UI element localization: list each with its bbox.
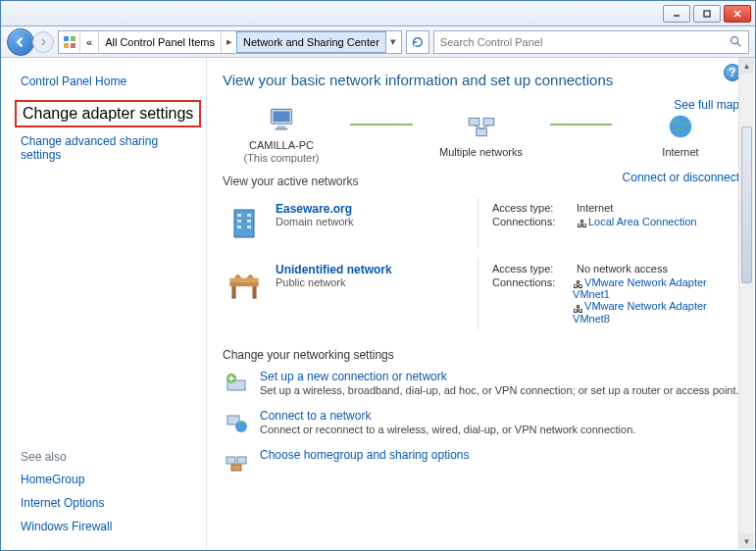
see-full-map-link[interactable]: See full map	[674, 98, 739, 112]
map-multi-label: Multiple networks	[439, 146, 523, 159]
map-multiple-networks: Multiple networks	[423, 109, 540, 159]
breadcrumb[interactable]: « All Control Panel Items ▸ Network and …	[58, 30, 402, 54]
svg-rect-37	[231, 465, 241, 471]
homegroup-sharing-title: Choose homegroup and sharing options	[260, 448, 469, 462]
content-area: Control Panel Home Change adapter settin…	[1, 58, 755, 550]
network-map: See full map CAMILLA-PC(This computer) M…	[223, 98, 739, 167]
network-name-easeware[interactable]: Easeware.org	[276, 202, 353, 216]
svg-rect-22	[247, 214, 251, 217]
svg-rect-27	[229, 282, 258, 286]
globe-icon	[663, 109, 698, 144]
connect-network-title: Connect to a network	[260, 409, 635, 423]
svg-point-19	[670, 115, 692, 137]
svg-line-9	[737, 42, 741, 46]
homegroup-icon	[223, 448, 250, 476]
page-title: View your basic network information and …	[223, 72, 739, 88]
svg-rect-28	[231, 286, 235, 299]
svg-rect-1	[704, 11, 710, 17]
networks-icon	[464, 109, 499, 144]
homegroup-sharing-item[interactable]: Choose homegroup and sharing options	[223, 448, 739, 476]
svg-rect-5	[71, 36, 76, 41]
forward-button[interactable]	[32, 31, 54, 53]
access-type-value-2: No network access	[577, 263, 668, 275]
dropdown-icon[interactable]: ▾	[385, 35, 401, 48]
setup-new-connection-desc: Set up a wireless, broadband, dial-up, a…	[260, 383, 739, 397]
local-area-connection-link[interactable]: Local Area Connection	[588, 216, 697, 227]
networking-settings: Change your networking settings Set up a…	[223, 348, 739, 476]
homegroup-link[interactable]: HomeGroup	[15, 468, 206, 491]
scroll-up-button[interactable]: ▲	[739, 58, 754, 74]
chevron-right-icon[interactable]: ▸	[222, 35, 237, 48]
connect-network-icon	[223, 409, 250, 436]
public-network-icon	[223, 263, 266, 306]
vertical-scrollbar[interactable]: ▲ ▼	[738, 58, 754, 549]
adapter-icon: 🖧	[577, 218, 586, 227]
domain-network-icon	[223, 202, 266, 245]
svg-rect-30	[229, 278, 258, 282]
search-icon[interactable]	[729, 34, 742, 50]
svg-rect-12	[277, 125, 286, 127]
connections-label: Connections:	[492, 216, 571, 227]
active-networks-label: View your active networks	[223, 175, 359, 188]
search-input[interactable]: Search Control Panel	[433, 30, 749, 54]
network-row-easeware: Easeware.org Domain network Access type:…	[223, 198, 739, 249]
change-advanced-sharing-link[interactable]: Change advanced sharing settings	[15, 129, 206, 167]
internet-options-link[interactable]: Internet Options	[15, 491, 206, 515]
windows-firewall-link[interactable]: Windows Firewall	[15, 515, 206, 538]
svg-rect-26	[247, 225, 251, 228]
svg-rect-15	[483, 118, 494, 125]
vmnet8-link[interactable]: VMware Network Adapter VMnet8	[573, 300, 707, 324]
network-type-public: Public network	[276, 276, 392, 288]
new-connection-icon	[223, 370, 250, 397]
svg-rect-4	[64, 36, 69, 41]
back-button[interactable]	[7, 28, 34, 56]
map-this-computer: CAMILLA-PC(This computer)	[223, 102, 340, 165]
svg-rect-25	[237, 225, 241, 228]
access-type-label: Access type:	[492, 202, 571, 214]
refresh-button[interactable]	[406, 30, 429, 54]
change-adapter-settings-link[interactable]: Change adapter settings	[15, 100, 201, 127]
nav-buttons	[7, 28, 54, 56]
maximize-button[interactable]	[693, 5, 721, 23]
svg-rect-13	[276, 128, 288, 130]
network-row-unidentified: Unidentified network Public network Acce…	[223, 259, 739, 329]
svg-rect-36	[237, 457, 246, 464]
close-button[interactable]	[724, 5, 751, 23]
network-type-domain: Domain network	[276, 216, 353, 227]
svg-point-8	[731, 36, 738, 43]
vmnet1-link[interactable]: VMware Network Adapter VMnet1	[573, 276, 707, 300]
svg-rect-24	[247, 220, 251, 223]
svg-rect-23	[237, 220, 241, 223]
network-name-unidentified[interactable]: Unidentified network	[276, 263, 392, 276]
connector-line-2	[550, 124, 613, 125]
computer-icon	[264, 102, 299, 137]
address-bar: « All Control Panel Items ▸ Network and …	[1, 26, 755, 58]
see-also-section: See also HomeGroup Internet Options Wind…	[15, 397, 206, 538]
svg-rect-35	[227, 457, 235, 464]
svg-rect-16	[476, 128, 486, 135]
scroll-down-button[interactable]: ▼	[739, 533, 754, 549]
map-internet-label: Internet	[662, 146, 698, 159]
connect-network-item[interactable]: Connect to a network Connect or reconnec…	[223, 409, 739, 436]
connect-disconnect-link[interactable]: Connect or disconnect	[623, 171, 739, 184]
scroll-thumb[interactable]	[741, 126, 752, 283]
adapter-icon: 🖧	[573, 278, 582, 288]
svg-rect-29	[252, 286, 256, 299]
setup-new-connection-item[interactable]: Set up a new connection or network Set u…	[223, 370, 739, 397]
control-panel-home-link[interactable]: Control Panel Home	[15, 70, 206, 98]
connections-label-2: Connections:	[492, 276, 567, 288]
svg-rect-14	[469, 118, 479, 125]
control-panel-icon[interactable]	[59, 31, 80, 53]
adapter-icon: 🖧	[573, 303, 582, 313]
breadcrumb-back[interactable]: «	[80, 31, 99, 53]
sidebar: Control Panel Home Change adapter settin…	[1, 58, 207, 550]
svg-rect-7	[71, 43, 76, 48]
svg-rect-6	[64, 43, 69, 48]
breadcrumb-all-items[interactable]: All Control Panel Items	[99, 31, 222, 53]
main-panel: ? View your basic network information an…	[207, 58, 755, 550]
map-pc-label: CAMILLA-PC(This computer)	[243, 139, 319, 165]
settings-heading: Change your networking settings	[223, 348, 739, 362]
minimize-button[interactable]	[663, 5, 690, 23]
breadcrumb-network-sharing[interactable]: Network and Sharing Center	[236, 31, 386, 53]
access-type-label-2: Access type:	[492, 263, 571, 275]
